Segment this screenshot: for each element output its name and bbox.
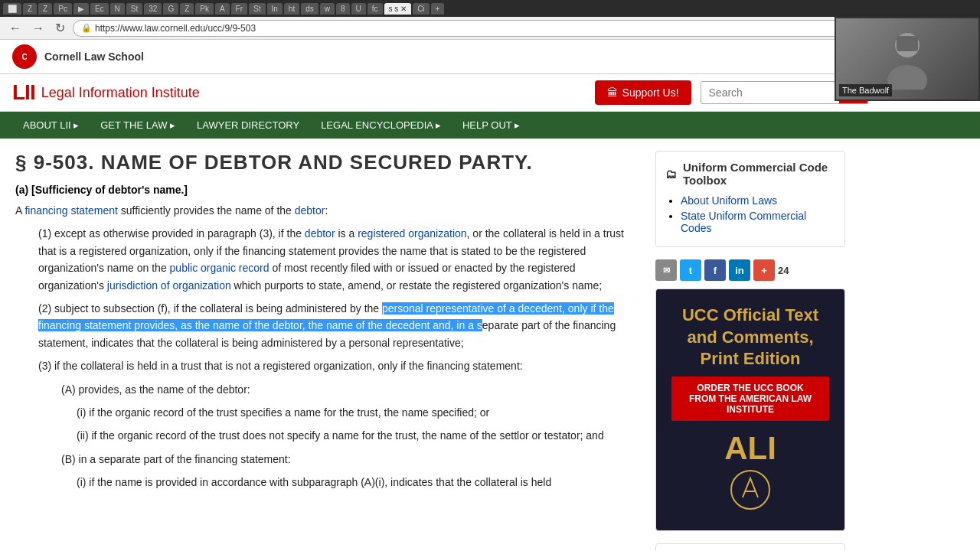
- tab-17[interactable]: ds: [301, 3, 318, 15]
- lii-logo-text: LII: [12, 80, 35, 105]
- list-item: About Uniform Laws: [681, 194, 835, 207]
- site-header: LII Legal Information Institute 🏛 Suppor…: [0, 74, 980, 112]
- tab-4[interactable]: ▶: [74, 3, 89, 15]
- share-count: 24: [778, 265, 789, 276]
- list-item: State Uniform Commercial Codes: [681, 210, 835, 234]
- address-bar[interactable]: 🔒 https://www.law.cornell.edu/ucc/9/9-50…: [73, 20, 925, 37]
- toolbox-title: 🗂 Uniform Commercial Code Toolbox: [665, 161, 835, 187]
- person-silhouette: [884, 28, 930, 90]
- ali-logo: ALI: [671, 430, 829, 467]
- tab-20[interactable]: U: [351, 3, 366, 15]
- financing-statement-link[interactable]: financing statement: [24, 204, 117, 217]
- cornell-name: Cornell Law School: [44, 51, 144, 63]
- nav-help-out[interactable]: HELP OUT ▸: [452, 112, 531, 139]
- search-input[interactable]: [701, 82, 839, 103]
- gplus-share-button[interactable]: +: [753, 259, 775, 281]
- lock-icon: 🔒: [81, 23, 92, 33]
- share-row: ✉ t f in + 24: [655, 259, 845, 281]
- tab-3[interactable]: Pc: [54, 3, 72, 15]
- about-uniform-laws-link[interactable]: About Uniform Laws: [681, 194, 777, 207]
- highlighted-text: personal representative of a decedent, o…: [38, 302, 614, 331]
- tab-8[interactable]: 32: [144, 3, 162, 15]
- nav-get-the-law[interactable]: GET THE LAW ▸: [90, 112, 186, 139]
- section-a-title: (a) [Sufficiency of debtor's name.]: [15, 184, 628, 196]
- tab-12[interactable]: A: [215, 3, 230, 15]
- para-3a: (A) provides, as the name of the debtor:: [61, 381, 628, 398]
- para-3b-i: (i) if the name is provided in accordanc…: [77, 474, 628, 491]
- support-button[interactable]: 🏛 Support Us!: [595, 80, 691, 105]
- tab-1[interactable]: Z: [23, 3, 37, 15]
- content-wrapper: § 9-503. NAME OF DEBTOR AND SECURED PART…: [0, 139, 980, 551]
- registered-org-link[interactable]: registered organization: [358, 227, 466, 240]
- svg-rect-2: [897, 36, 918, 51]
- order-book-button[interactable]: ORDER THE UCC BOOK FROM THE AMERICAN LAW…: [671, 377, 829, 421]
- tab-16[interactable]: ht: [284, 3, 299, 15]
- nav-lawyer-directory[interactable]: LAWYER DIRECTORY: [186, 112, 310, 139]
- debtor-link-1[interactable]: debtor: [305, 227, 335, 240]
- site-name: Legal Information Institute: [41, 85, 200, 101]
- para-3a-i: (i) if the organic record of the trust s…: [77, 404, 628, 421]
- site-logo: LII Legal Information Institute: [12, 80, 200, 105]
- facebook-share-button[interactable]: f: [704, 259, 726, 281]
- intro-para: A financing statement sufficiently provi…: [15, 202, 628, 219]
- toolbox-box: 🗂 Uniform Commercial Code Toolbox About …: [655, 151, 845, 247]
- cornell-seal: C: [12, 44, 37, 69]
- tab-9[interactable]: G: [163, 3, 178, 15]
- ad-ucc-book: UCC Official Text and Comments, Print Ed…: [655, 289, 845, 531]
- tab-10[interactable]: Z: [180, 3, 194, 15]
- tab-active[interactable]: s s ✕: [384, 3, 412, 15]
- back-button[interactable]: ←: [6, 20, 24, 37]
- debtor-link[interactable]: debtor: [295, 204, 325, 217]
- state-ucc-link[interactable]: State Uniform Commercial Codes: [681, 210, 806, 234]
- tab-6[interactable]: N: [110, 3, 125, 15]
- browser-tab-bar: ⬜ Z Z Pc ▶ Ec N St 32 G Z Pk A Fr St In …: [0, 0, 980, 17]
- para-3b: (B) in a separate part of the financing …: [61, 451, 628, 468]
- support-label: Support Us!: [622, 86, 679, 99]
- forward-button[interactable]: →: [29, 20, 47, 37]
- cornell-header: C Cornell Law School: [0, 40, 980, 74]
- ad-title: UCC Official Text and Comments, Print Ed…: [671, 305, 829, 370]
- nav-legal-encyclopedia[interactable]: LEGAL ENCYCLOPEDIA ▸: [310, 112, 452, 139]
- jurisdiction-link[interactable]: jurisdiction of organization: [107, 279, 231, 292]
- para-3a-ii: (ii) if the organic record of the trust …: [77, 427, 628, 444]
- para-1: (1) except as otherwise provided in para…: [38, 225, 628, 294]
- ad-nerdwallet: ● nerdwallet ✕ How much does your busine…: [655, 543, 845, 551]
- toolbox-links: About Uniform Laws State Uniform Commerc…: [665, 194, 835, 234]
- email-share-button[interactable]: ✉: [655, 259, 677, 281]
- toolbox-icon: 🗂: [665, 168, 677, 181]
- main-navigation: ABOUT LII ▸ GET THE LAW ▸ LAWYER DIRECTO…: [0, 112, 980, 139]
- public-organic-link[interactable]: public organic record: [170, 262, 270, 274]
- video-overlay: The Badwolf: [835, 17, 980, 101]
- twitter-share-button[interactable]: t: [680, 259, 701, 281]
- linkedin-share-button[interactable]: in: [729, 259, 750, 281]
- tab-13[interactable]: Fr: [231, 3, 247, 15]
- section-a: (a) [Sufficiency of debtor's name.] A fi…: [15, 184, 628, 491]
- tab-22[interactable]: Ci: [413, 3, 429, 15]
- tab-21[interactable]: fc: [368, 3, 383, 15]
- browser-navbar: ← → ↻ 🔒 https://www.law.cornell.edu/ucc/…: [0, 17, 980, 40]
- tab-19[interactable]: 8: [336, 3, 350, 15]
- tab-2[interactable]: Z: [38, 3, 52, 15]
- tab-new2[interactable]: +: [431, 3, 445, 15]
- reload-button[interactable]: ↻: [52, 19, 68, 37]
- article-heading: § 9-503. NAME OF DEBTOR AND SECURED PART…: [15, 151, 628, 174]
- tab-new[interactable]: ⬜: [3, 3, 21, 15]
- tab-11[interactable]: Pk: [195, 3, 214, 15]
- para-2: (2) subject to subsection (f), if the co…: [38, 300, 628, 351]
- toolbox-title-text: Uniform Commercial Code Toolbox: [683, 161, 835, 187]
- svg-point-1: [887, 65, 927, 90]
- nav-about-lii[interactable]: ABOUT LII ▸: [12, 112, 90, 139]
- url-text: https://www.law.cornell.edu/ucc/9/9-503: [95, 23, 256, 34]
- video-label: The Badwolf: [839, 84, 892, 96]
- tab-5[interactable]: Ec: [90, 3, 109, 15]
- sidebar: 🗂 Uniform Commercial Code Toolbox About …: [643, 139, 858, 551]
- ali-emblem: [727, 467, 773, 513]
- heart-icon: 🏛: [607, 86, 618, 99]
- main-content: § 9-503. NAME OF DEBTOR AND SECURED PART…: [0, 139, 643, 551]
- tab-18[interactable]: w: [320, 3, 335, 15]
- para-3: (3) if the collateral is held in a trust…: [38, 357, 628, 374]
- tab-7[interactable]: St: [126, 3, 142, 15]
- tab-14[interactable]: St: [249, 3, 265, 15]
- tab-15[interactable]: In: [267, 3, 283, 15]
